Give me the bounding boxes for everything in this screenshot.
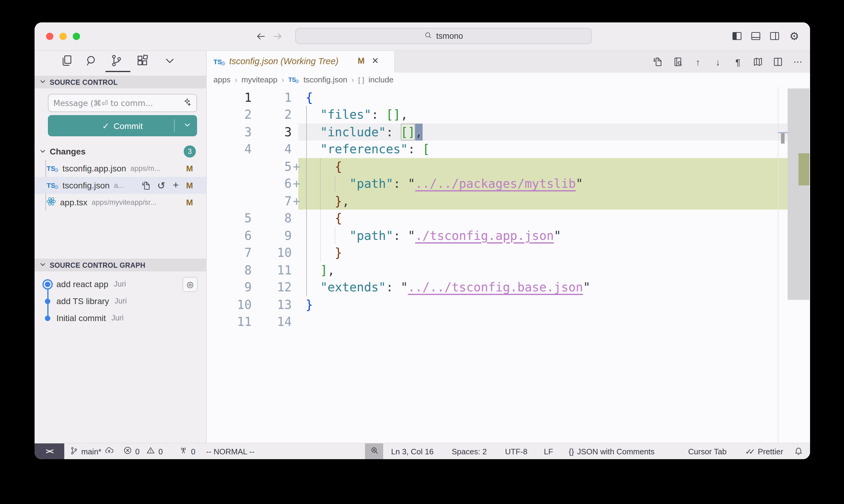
cursor-position-item[interactable]: Ln 3, Col 16 [391,444,433,459]
graph-commit-row[interactable]: Initial commit Juri [35,309,206,326]
code-row[interactable]: 912 "extends": "../../tsconfig.base.json… [207,278,809,296]
git-status-modified: M [186,164,193,173]
breadcrumb-item[interactable]: apps [213,75,230,84]
open-file-icon[interactable] [140,179,152,192]
tsconfig-file-icon: TS⚙ [213,57,226,67]
graph-commit-row[interactable]: add TS library Juri [35,293,206,309]
previous-change-arrow-up-icon[interactable]: ↑ [692,56,704,68]
search-value: tsmono [436,32,463,41]
screen: tsmono ⚙ [0,0,844,504]
explorer-files-icon[interactable] [60,54,73,67]
breadcrumb: apps › myviteapp › TS⚙ tsconfig.json › [… [207,73,810,87]
scrollbar-slider[interactable] [788,88,809,300]
code-row[interactable]: 7+ }, [207,192,809,210]
breadcrumb-separator: › [351,75,354,84]
code-row[interactable]: 58 { [207,210,809,227]
indent-guide [320,210,321,262]
toggle-secondary-sidebar-icon[interactable] [769,30,781,42]
graph-goto-target-icon[interactable]: ◎ [183,277,198,292]
cloud-upload-sync-icon [105,446,114,457]
zoom-indicator[interactable] [365,444,383,459]
forward-arrow-icon[interactable] [272,31,283,42]
problems-status-item[interactable]: 0 0 [123,444,163,459]
tab-title: tsconfig.json (Working Tree) [229,56,338,66]
indent-guide-active [306,106,307,296]
discard-changes-icon[interactable]: ↺ [155,179,167,192]
views-chevron-down-icon[interactable] [163,54,176,67]
next-change-arrow-down-icon[interactable]: ↓ [712,56,724,68]
close-tab-icon[interactable]: ✕ [372,56,379,66]
commit-button-label: Commit [114,121,143,130]
changed-file-row[interactable]: TS⚙ tsconfig.app.json apps/m... M [35,160,206,177]
extensions-view-icon[interactable] [136,54,149,67]
toggle-panel-icon[interactable] [750,30,762,42]
minimap-border [778,86,778,443]
git-branch-icon [70,446,78,456]
command-center-search[interactable]: tsmono [295,28,592,44]
stage-changes-plus-icon[interactable]: + [170,179,182,192]
radio-tower-icon [179,446,188,457]
copilot-sparkle-icon[interactable] [182,97,192,109]
changes-section-header[interactable]: Changes 3 [35,144,206,159]
active-view-underline [105,71,131,72]
changed-file-row-selected[interactable]: TS⚙ tsconfig.json a... ↺ + M [35,177,206,194]
source-control-view-icon[interactable] [110,54,123,67]
commit-message-input[interactable]: Message (⌘⏎ to comm... [48,94,197,112]
source-control-graph-header[interactable]: SOURCE CONTROL GRAPH [35,259,206,271]
commit-button[interactable]: ✓ Commit [48,115,197,136]
toggle-primary-sidebar-icon[interactable] [731,30,743,42]
diff-editor[interactable]: 11{22 "files": [],33 "include": [],44 "r… [207,86,810,443]
code-row[interactable]: 1013} [207,296,809,313]
code-row[interactable]: 811 ], [207,262,809,278]
vim-mode-indicator[interactable]: -- NORMAL -- [206,444,254,459]
minimize-window-button[interactable] [59,33,67,40]
encoding-item[interactable]: UTF-8 [505,444,528,459]
breadcrumb-item[interactable]: myviteapp [241,75,277,84]
remote-indicator[interactable]: >< [35,444,64,459]
more-actions-icon[interactable]: ⋯ [792,56,804,68]
commit-dropdown-chevron-icon[interactable] [183,121,192,131]
source-control-section-header[interactable]: SOURCE CONTROL [35,76,206,88]
code-row[interactable]: 11{ [207,89,809,106]
status-bar: >< main* 0 0 0 -- NORMAL -- Ln 3, Col 16 [35,443,810,459]
code-row[interactable]: 5+ { [207,158,809,175]
changed-file-row[interactable]: app.tsx apps/myviteapp/sr... M [35,194,206,211]
indentation-item[interactable]: Spaces: 2 [452,444,487,459]
language-mode-item[interactable]: {} JSON with Comments [569,444,655,459]
search-view-icon[interactable] [85,54,98,67]
cursor-tab-item[interactable]: Cursor Tab [688,444,727,459]
commit-head-dot-icon [45,282,50,287]
vscode-window: tsmono ⚙ [35,22,810,459]
commit-check-icon: ✓ [102,121,109,130]
split-editor-icon[interactable] [772,56,784,68]
code-row[interactable]: 22 "files": [], [207,106,809,123]
tab-tsconfig-working-tree[interactable]: TS⚙ tsconfig.json (Working Tree) M ✕ [207,51,395,73]
graph-commit-row[interactable]: add react app Juri [35,276,206,293]
tsconfig-file-icon: TS⚙ [47,181,59,190]
ports-status-item[interactable]: 0 [179,444,195,459]
code-row[interactable]: 710 } [207,244,809,262]
code-row[interactable]: 69 "path": "./tsconfig.app.json" [207,227,809,244]
code-row[interactable]: 1114 [207,313,809,330]
back-arrow-icon[interactable] [255,31,266,42]
map-outline-icon[interactable] [752,56,764,68]
tab-git-badge: M [358,56,365,66]
formatter-item[interactable]: ✓✓ Prettier [745,444,783,459]
code-row[interactable]: 44 "references": [ [207,141,809,158]
code-row[interactable]: 33 "include": [], [207,123,809,141]
eol-item[interactable]: LF [544,444,553,459]
open-changed-file-icon[interactable] [652,56,664,68]
inline-view-book-search-icon[interactable] [672,56,684,68]
commit-dot-icon [45,315,50,321]
maximize-window-button[interactable] [73,33,80,40]
notifications-bell-icon[interactable] [794,444,803,459]
branch-status-item[interactable]: main* [70,444,114,459]
titlebar: tsmono ⚙ [35,22,810,51]
settings-gear-icon[interactable]: ⚙ [788,30,800,42]
code-row[interactable]: 6+ "path": "../../packages/mytslib" [207,175,809,192]
commit-dot-icon [45,298,50,304]
breadcrumb-item[interactable]: include [368,75,393,84]
close-window-button[interactable] [46,33,53,40]
render-whitespace-pilcrow-icon[interactable]: ¶ [732,56,744,68]
breadcrumb-item[interactable]: tsconfig.json [304,75,347,84]
